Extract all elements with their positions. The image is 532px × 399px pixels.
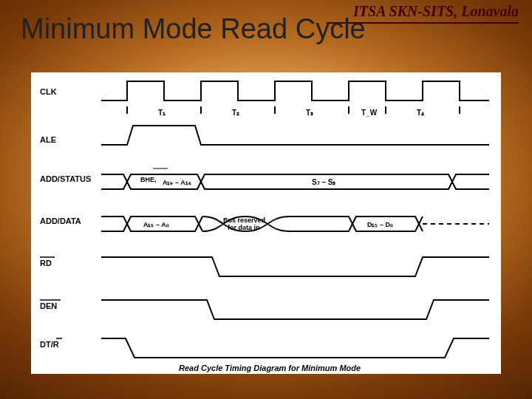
busres2: for data in: [228, 224, 260, 231]
t1: T₁: [158, 109, 166, 117]
label-clk: CLK: [40, 87, 57, 96]
s7s3: S₇ – S₃: [312, 178, 335, 186]
a15a0: A₁₅ – A₀: [143, 221, 169, 228]
label-addstatus: ADD/STATUS: [40, 174, 91, 183]
label-adddata: ADD/DATA: [40, 216, 81, 225]
wave-addstatus: [101, 174, 489, 189]
diagram-caption: Read Cycle Timing Diagram for Minimum Mo…: [179, 364, 361, 372]
wave-adddata-d: [290, 216, 423, 231]
label-ale: ALE: [40, 135, 56, 144]
busres: Bus reserved: [223, 216, 265, 224]
wave-rd: [101, 257, 489, 276]
cycle-ticks: [127, 106, 460, 114]
wave-clk: [101, 81, 489, 100]
tw: T_W: [361, 109, 378, 117]
timing-svg: CLK T₁ T₂ T₃ T_W T₄ ALE ADD/STATUS BHE, …: [31, 72, 501, 374]
label-dtr: DT/R: [40, 340, 59, 349]
page-title: Minimum Mode Read Cycle: [21, 13, 366, 45]
label-rd: RD: [40, 259, 52, 267]
bhe: BHE,: [140, 176, 157, 183]
d15d0: D₁₅ – D₀: [367, 221, 393, 228]
a19a16: A₁₉ – A₁₆: [163, 179, 191, 186]
timing-diagram: CLK T₁ T₂ T₃ T_W T₄ ALE ADD/STATUS BHE, …: [31, 72, 501, 374]
t4: T₄: [417, 109, 424, 117]
org-label: ITSA SKN-SITS, Lonavala: [353, 3, 519, 20]
t3: T₃: [306, 109, 313, 117]
label-den: DEN: [40, 301, 57, 310]
wave-dtr: [101, 338, 489, 358]
slide-root: ITSA SKN-SITS, Lonavala Minimum Mode Rea…: [0, 0, 532, 399]
wave-ale: [101, 126, 489, 145]
wave-den: [101, 300, 489, 319]
t2: T₂: [232, 109, 239, 117]
